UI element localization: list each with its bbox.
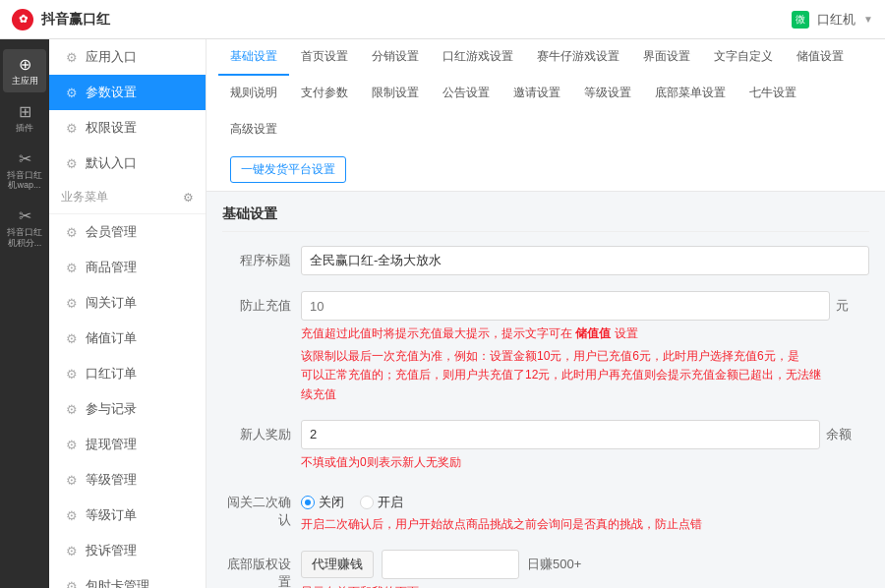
tab-lipstick-game[interactable]: 口红游戏设置	[431, 39, 525, 76]
tab-bar: 基础设置 首页设置 分销设置 口红游戏设置 赛牛仔游戏设置 界面设置 文字自定义…	[206, 39, 885, 192]
gear-icon-app-entry: ⚙	[66, 50, 78, 65]
sidebar-icon-douyin1[interactable]: ✂ 抖音口红机wap...	[3, 144, 46, 198]
app-title: 抖音赢口红	[41, 11, 784, 29]
control-bottom-permission: 代理赚钱 日赚500+ 显示在首页和我的页面	[301, 550, 869, 588]
gear-icon-params: ⚙	[66, 86, 78, 100]
label-newcomer-reward: 新人奖励	[222, 420, 301, 443]
input-newcomer-reward[interactable]	[301, 420, 820, 449]
radio-on-label: 开启	[378, 494, 403, 511]
nav-label-gate-order: 闯关订单	[86, 294, 137, 312]
tab-notice[interactable]: 公告设置	[431, 76, 502, 112]
tab-home[interactable]: 首页设置	[289, 39, 360, 76]
radio-on-circle	[360, 496, 374, 509]
nav-item-goods[interactable]: ⚙ 商品管理	[49, 250, 206, 285]
label-prevention: 防⁠止⁠充⁠值	[222, 291, 301, 315]
tab-platform[interactable]: 一键发货平台设置	[230, 156, 346, 183]
input-program-title[interactable]	[301, 246, 869, 275]
label-program-title: 程序标题	[222, 246, 301, 269]
tab-level-set[interactable]: 等级设置	[572, 76, 643, 112]
nav-sidebar: ⚙ 应用入口 ⚙ 参数设置 ⚙ 权限设置 ⚙ 默认入口 业务菜单 ⚙ ⚙ 会员管…	[49, 39, 206, 588]
account-dropdown[interactable]: ▼	[863, 14, 873, 25]
nav-label-goods: 商品管理	[86, 259, 137, 276]
section-gear-icon[interactable]: ⚙	[183, 191, 194, 205]
input-prevention[interactable]	[301, 291, 830, 321]
nav-label-app-entry: 应用入口	[86, 48, 137, 66]
tab-payment[interactable]: 支付参数	[289, 76, 360, 112]
top-bar-right: 微 口红机 ▼	[792, 11, 873, 29]
nav-item-member[interactable]: ⚙ 会员管理	[49, 214, 206, 250]
gear-icon-level-order: ⚙	[66, 508, 78, 523]
radio-item-off[interactable]: 关闭	[301, 494, 344, 511]
nav-section-header: 业务菜单 ⚙	[49, 181, 206, 214]
nav-label-lipstick-order: 口红订单	[86, 365, 137, 382]
gear-icon-recharge-order: ⚙	[66, 331, 78, 346]
gear-icon-goods: ⚙	[66, 261, 78, 275]
tab-bottom-menu[interactable]: 底部菜单设置	[643, 76, 738, 112]
form-content: 基础设置 程序标题 防⁠止⁠充⁠值 元 充值超过此值时将提示充值最大提示，提示	[206, 192, 885, 588]
douyin2-icon: ✂	[19, 206, 31, 225]
gear-icon-card-mgmt: ⚙	[66, 579, 78, 589]
tab-advanced[interactable]: 高级设置	[218, 112, 289, 148]
nav-item-params[interactable]: ⚙ 参数设置	[49, 75, 206, 110]
nav-item-withdraw[interactable]: ⚙ 提现管理	[49, 427, 206, 462]
nav-label-recharge-order: 储值订单	[86, 329, 137, 347]
app-logo: ✿	[12, 9, 33, 30]
tab-basic[interactable]: 基础设置	[218, 39, 289, 76]
wechat-icon: 微	[792, 11, 809, 29]
combined-text-label: 代理赚钱	[301, 551, 374, 578]
gear-icon-permissions: ⚙	[66, 121, 78, 136]
form-item-bottom-permission: 底部版权设置 代理赚钱 日赚500+ 显示在首页和我的页面	[222, 550, 869, 588]
nav-label-card-mgmt: 包时卡管理	[86, 577, 149, 588]
label-gate-confirm: 闯关二次确认	[222, 488, 301, 529]
nav-item-default-entry[interactable]: ⚙ 默认入口	[49, 146, 206, 181]
nav-item-lipstick-order[interactable]: ⚙ 口红订单	[49, 356, 206, 391]
radio-off-label: 关闭	[319, 494, 344, 511]
nav-item-app-entry[interactable]: ⚙ 应用入口	[49, 39, 206, 75]
control-newcomer-reward: 余额 不填或值为0则表示新人无奖励	[301, 420, 869, 472]
douyin1-label: 抖音口红机wap...	[7, 170, 42, 192]
radio-off-circle	[301, 496, 315, 509]
form-item-newcomer-reward: 新人奖励 余额 不填或值为0则表示新人无奖励	[222, 420, 869, 472]
bottom-extra-text: 日赚500+	[527, 556, 581, 573]
radio-item-on[interactable]: 开启	[360, 494, 403, 511]
tab-invite[interactable]: 邀请设置	[502, 76, 572, 112]
sidebar-icon-plugin[interactable]: ⊞ 插件	[3, 96, 46, 140]
main-app-label: 主应用	[12, 76, 38, 87]
nav-item-level-order[interactable]: ⚙ 等级订单	[49, 498, 206, 533]
tab-ui[interactable]: 界面设置	[631, 39, 702, 76]
tab-custom-text[interactable]: 文字自定义	[702, 39, 785, 76]
nav-label-level-order: 等级订单	[86, 506, 137, 524]
nav-label-participate: 参与记录	[86, 400, 137, 418]
form-section-title: 基础设置	[222, 206, 869, 232]
tab-limit[interactable]: 限制设置	[360, 76, 431, 112]
nav-item-complaint[interactable]: ⚙ 投诉管理	[49, 533, 206, 568]
gear-icon-participate: ⚙	[66, 402, 78, 417]
gear-icon-withdraw: ⚙	[66, 438, 78, 452]
gear-icon-gate-order: ⚙	[66, 296, 78, 311]
gear-icon-default-entry: ⚙	[66, 156, 78, 171]
nav-item-card-mgmt[interactable]: ⚙ 包时卡管理	[49, 568, 206, 588]
nav-label-level-mgmt: 等级管理	[86, 471, 137, 489]
tab-qiniu[interactable]: 七牛设置	[738, 76, 808, 112]
tab-row-1: 基础设置 首页设置 分销设置 口红游戏设置 赛牛仔游戏设置 界面设置 文字自定义…	[218, 39, 873, 76]
tab-threshold[interactable]: 储值设置	[785, 39, 856, 76]
nav-item-gate-order[interactable]: ⚙ 闯关订单	[49, 285, 206, 321]
tab-share[interactable]: 分销设置	[360, 39, 431, 76]
nav-item-recharge-order[interactable]: ⚙ 储值订单	[49, 321, 206, 356]
sidebar-icon-douyin2[interactable]: ✂ 抖音口红机积分...	[3, 201, 46, 255]
main-app-icon: ⊕	[19, 55, 31, 74]
nav-item-participate[interactable]: ⚙ 参与记录	[49, 391, 206, 427]
prevention-hint-link[interactable]: 储值值	[575, 326, 611, 340]
control-prevention: 元 充值超过此值时将提示充值最大提示，提示文字可在 储值值 设置 该限制以最后一…	[301, 291, 869, 404]
content-area: 基础设置 首页设置 分销设置 口红游戏设置 赛牛仔游戏设置 界面设置 文字自定义…	[206, 39, 885, 588]
nav-item-permissions[interactable]: ⚙ 权限设置	[49, 110, 206, 146]
newcomer-input-group: 余额	[301, 420, 869, 449]
input-bottom-permission[interactable]	[382, 550, 519, 579]
nav-item-level-mgmt[interactable]: ⚙ 等级管理	[49, 462, 206, 498]
douyin2-label: 抖音口红机积分...	[7, 227, 42, 249]
tab-calf-game[interactable]: 赛牛仔游戏设置	[525, 39, 631, 76]
sidebar-icon-main-app[interactable]: ⊕ 主应用	[3, 49, 46, 92]
bottom-permission-hint: 显示在首页和我的页面	[301, 583, 869, 588]
tab-rules[interactable]: 规则说明	[218, 76, 289, 112]
newcomer-hint: 不填或值为0则表示新人无奖励	[301, 453, 869, 472]
